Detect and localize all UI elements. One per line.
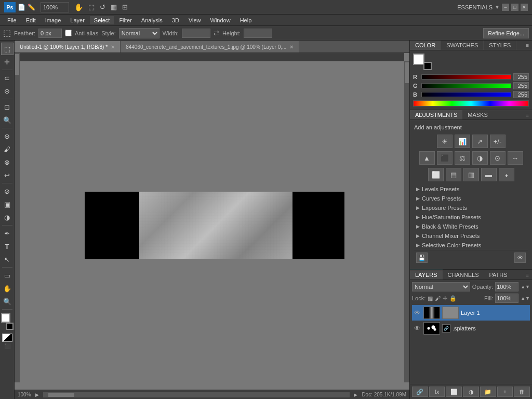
tab-untitled[interactable]: Untitled-1 @ 100% (Layer 1, RGB/8) * ✕ — [15, 41, 121, 52]
marquee-icon[interactable]: ⬚ — [88, 3, 95, 11]
channel-mixer-icon[interactable]: ↔ — [508, 151, 523, 165]
photo-filter-icon[interactable]: ⊙ — [490, 151, 506, 165]
rectangular-marquee-tool[interactable]: ⬚ — [1, 43, 14, 55]
tab-concrete[interactable]: 844060_concrete_and_pavement_textures_1.… — [121, 41, 299, 52]
menu-3d[interactable]: 3D — [168, 16, 183, 24]
crop-tool[interactable]: ⊡ — [1, 101, 14, 113]
feather-input[interactable]: 0 px — [38, 29, 62, 38]
tab-layers[interactable]: LAYERS — [410, 270, 443, 280]
link-layers-button[interactable]: 🔗 — [412, 387, 428, 397]
menu-help[interactable]: Help — [236, 16, 256, 24]
menu-layer[interactable]: Layer — [66, 16, 89, 24]
rectangle-tool[interactable]: ▭ — [1, 269, 14, 282]
background-color[interactable] — [6, 323, 14, 330]
antialias-checkbox[interactable] — [65, 30, 72, 36]
refine-edge-button[interactable]: Refine Edge... — [483, 28, 529, 38]
fill-spinner[interactable]: ▲▼ — [521, 296, 530, 301]
h-scrollbar[interactable] — [43, 392, 350, 397]
invert-icon[interactable]: ⬜ — [428, 168, 444, 181]
spectrum-bar[interactable] — [413, 100, 529, 107]
adj-eyeball-icon[interactable]: 👁 — [514, 252, 526, 263]
bw-icon[interactable]: ◑ — [472, 151, 488, 165]
tab-paths[interactable]: PATHS — [484, 270, 513, 280]
tab-swatches[interactable]: SWATCHES — [441, 41, 484, 50]
path-select-tool[interactable]: ↖ — [1, 253, 14, 265]
quick-select-tool[interactable]: ⊛ — [1, 85, 14, 97]
g-value-input[interactable]: 255 — [513, 82, 529, 89]
selective-color-icon[interactable]: ⬧ — [499, 168, 514, 181]
brush-tool[interactable]: 🖌 — [1, 143, 14, 155]
eyedropper-tool[interactable]: 🔍 — [1, 114, 14, 126]
tab-styles[interactable]: STYLES — [484, 41, 516, 50]
fill-input[interactable]: 100% — [495, 294, 518, 303]
grid-icon[interactable]: ▦ — [111, 3, 117, 11]
swap-icon[interactable]: ⇄ — [214, 29, 219, 37]
v-scrollbar-right[interactable] — [404, 61, 409, 382]
rotate-icon[interactable]: ↺ — [100, 3, 105, 11]
g-slider[interactable] — [421, 83, 511, 88]
opacity-spinner[interactable]: ▲▼ — [521, 284, 530, 289]
menu-filter[interactable]: Filter — [115, 16, 136, 24]
preset-channel-mixer[interactable]: ▶ Channel Mixer Presets — [414, 231, 528, 241]
hand-tool[interactable]: ✋ — [1, 282, 14, 295]
maximize-button[interactable]: □ — [511, 4, 518, 11]
style-select[interactable]: Normal Fixed Ratio Fixed Size — [119, 28, 159, 38]
preset-bw[interactable]: ▶ Black & White Presets — [414, 222, 528, 231]
posterize-icon[interactable]: ▤ — [446, 168, 461, 181]
new-layer-button[interactable]: + — [497, 387, 513, 397]
menu-view[interactable]: View — [184, 16, 205, 24]
status-zoom-arrow[interactable]: ▶ — [35, 392, 39, 397]
tab-adjustments[interactable]: ADJUSTMENTS — [410, 110, 462, 119]
exposure-icon[interactable]: +/- — [490, 135, 506, 148]
history-brush-tool[interactable]: ↩ — [1, 169, 14, 181]
type-tool[interactable]: T — [1, 240, 14, 252]
blend-mode-select[interactable]: Normal Multiply Screen — [412, 282, 470, 291]
tab-color[interactable]: COLOR — [410, 41, 441, 50]
preset-levels[interactable]: ▶ Levels Presets — [414, 184, 528, 194]
gradient-tool[interactable]: ▣ — [1, 198, 14, 210]
lock-image-icon[interactable]: 🖌 — [435, 295, 441, 301]
r-value-input[interactable]: 255 — [513, 73, 529, 81]
move-tool[interactable]: ✛ — [1, 56, 14, 68]
fg-bg-colors[interactable] — [0, 313, 15, 330]
v-scroll-thumb[interactable] — [15, 54, 19, 75]
new-adj-button[interactable]: ◑ — [463, 387, 479, 397]
heal-tool[interactable]: ⊕ — [1, 130, 14, 142]
menu-image[interactable]: Image — [41, 16, 65, 24]
add-mask-button[interactable]: ⬜ — [446, 387, 462, 397]
minimize-button[interactable]: – — [502, 4, 509, 11]
preset-exposure[interactable]: ▶ Exposure Presets — [414, 203, 528, 212]
hand-tool-icon[interactable]: ✋ — [74, 3, 83, 11]
color-balance-icon[interactable]: ⚖ — [455, 151, 470, 165]
menu-window[interactable]: Window — [206, 16, 235, 24]
menu-select[interactable]: Select — [90, 16, 114, 24]
adj-panel-menu-icon[interactable]: ≡ — [523, 110, 532, 119]
levels-icon[interactable]: 📊 — [455, 135, 470, 148]
dodge-tool[interactable]: ◑ — [1, 211, 14, 223]
fg-swatch[interactable] — [413, 54, 424, 65]
status-arrow-right[interactable]: ▶ — [354, 392, 357, 397]
new-group-button[interactable]: 📁 — [480, 387, 496, 397]
adj-save-icon[interactable]: 💾 — [416, 252, 428, 263]
screen-mode-icon[interactable]: ⬛ — [4, 343, 10, 349]
width-input[interactable] — [182, 29, 210, 38]
lasso-tool[interactable]: ⊂ — [1, 72, 14, 84]
gradient-map-icon[interactable]: ▬ — [481, 168, 497, 181]
lock-position-icon[interactable]: ✛ — [443, 295, 447, 302]
preset-curves[interactable]: ▶ Curves Presets — [414, 194, 528, 203]
layer-row-splatters[interactable]: 👁 🔗 .splatters — [412, 321, 530, 336]
tab-close-untitled[interactable]: ✕ — [111, 44, 115, 50]
curves-icon[interactable]: ↗ — [472, 135, 488, 148]
lock-transparency-icon[interactable]: ▩ — [428, 295, 433, 302]
eraser-tool[interactable]: ⊘ — [1, 185, 14, 197]
vibrance-icon[interactable]: ▲ — [419, 151, 435, 165]
threshold-icon[interactable]: ▥ — [463, 168, 479, 181]
h-scroll-thumb[interactable] — [48, 393, 74, 397]
tab-channels[interactable]: CHANNELS — [443, 270, 484, 280]
delete-layer-button[interactable]: 🗑 — [514, 387, 530, 397]
layer-row-layer1[interactable]: 👁 Layer 1 — [412, 305, 530, 321]
tab-masks[interactable]: MASKS — [462, 110, 493, 119]
preset-hue-sat[interactable]: ▶ Hue/Saturation Presets — [414, 212, 528, 222]
height-input[interactable] — [244, 29, 272, 38]
splatters-eye-icon[interactable]: 👁 — [413, 324, 421, 332]
